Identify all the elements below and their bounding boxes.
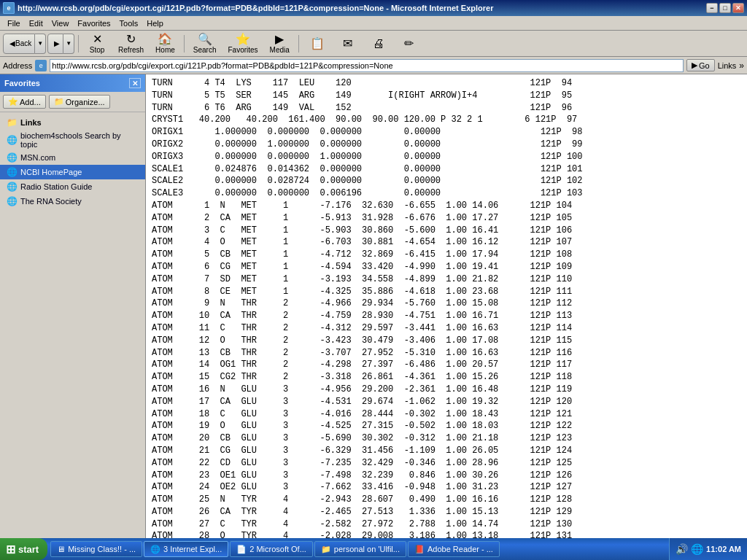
taskbar-item-label: 3 Internet Expl... xyxy=(163,545,222,553)
links-button[interactable]: Links xyxy=(718,61,737,70)
taskbar-item-3[interactable]: 📁 personal on 'Ulfil... xyxy=(314,541,406,557)
separator-1 xyxy=(78,35,79,52)
forward-arrow-icon: ▶ xyxy=(54,39,60,47)
refresh-button[interactable]: ↻ Refresh xyxy=(113,33,149,55)
back-button[interactable]: ◀ Back xyxy=(3,34,35,54)
taskbar-item-2[interactable]: 📄 2 Microsoft Of... xyxy=(230,541,313,557)
forward-button[interactable]: ▶ xyxy=(47,34,63,54)
toolbar: ◀ Back ▼ ▶ ▼ ✕ Stop ↻ Refresh 🏠 Home 🔍 S… xyxy=(0,31,747,57)
forward-dropdown-button[interactable]: ▼ xyxy=(63,34,74,54)
taskbar-item-label: Missing Class!! - ... xyxy=(68,545,136,553)
start-label: start xyxy=(18,544,39,555)
taskbar-item-icon: 🌐 xyxy=(150,545,160,554)
menu-help[interactable]: Help xyxy=(142,18,168,28)
webpage-icon: 🌐 xyxy=(6,152,18,163)
taskbar-item-icon: 🖥 xyxy=(57,545,65,553)
media-icon: ▶ xyxy=(275,34,284,45)
pdb-content-area[interactable]: TURN 4 T4 LYS 117 LEU 120 121P 94 TURN 5… xyxy=(146,74,747,544)
taskbar-item-1[interactable]: 🌐 3 Internet Expl... xyxy=(144,541,228,557)
back-label: Back xyxy=(15,39,31,47)
maximize-button[interactable]: □ xyxy=(719,3,731,13)
favorites-button[interactable]: ⭐ Favorites xyxy=(222,33,263,55)
taskbar-item-icon: 📄 xyxy=(236,545,247,554)
organize-icon: 📁 xyxy=(54,97,64,106)
sidebar-items-list: 📁 Links 🌐 biochem4schools Search by topi… xyxy=(0,112,145,544)
sidebar-item-biochem4schools[interactable]: 🌐 biochem4schools Search by topic xyxy=(0,130,145,150)
taskbar: ⊞ start 🖥 Missing Class!! - ... 🌐 3 Inte… xyxy=(0,538,747,560)
taskbar-item-icon: 📕 xyxy=(414,545,425,554)
sidebar-item-links[interactable]: 📁 Links xyxy=(0,115,145,130)
add-favorite-button[interactable]: ⭐ Add... xyxy=(3,95,46,109)
app-icon: e xyxy=(3,2,15,14)
main-content: Favorites ✕ ⭐ Add... 📁 Organize... 📁 Lin… xyxy=(0,74,747,544)
search-icon: 🔍 xyxy=(198,34,212,45)
taskbar-item-icon: 📁 xyxy=(321,545,331,554)
menu-tools[interactable]: Tools xyxy=(115,18,143,28)
refresh-icon: ↻ xyxy=(126,34,136,45)
taskbar-item-0[interactable]: 🖥 Missing Class!! - ... xyxy=(50,541,142,557)
menu-favorites[interactable]: Favorites xyxy=(73,18,115,28)
mail-icon: ✉ xyxy=(343,38,352,50)
go-button[interactable]: ▶ Go xyxy=(686,59,715,71)
edit-button[interactable]: ✏ xyxy=(395,33,424,55)
sidebar-item-ncbi[interactable]: 🌐 NCBI HomePage xyxy=(0,165,145,179)
minimize-button[interactable]: − xyxy=(706,3,718,13)
webpage-icon: 🌐 xyxy=(6,181,18,192)
taskbar-item-4[interactable]: 📕 Adobe Reader - ... xyxy=(408,541,500,557)
home-button[interactable]: 🏠 Home xyxy=(150,33,180,55)
sidebar-item-rna[interactable]: 🌐 The RNA Society xyxy=(0,194,145,209)
separator-2 xyxy=(184,35,185,52)
window-controls: − □ ✕ xyxy=(706,3,744,13)
sidebar-item-msn[interactable]: 🌐 MSN.com xyxy=(0,150,145,165)
taskbar-item-label: 2 Microsoft Of... xyxy=(249,545,306,553)
webpage-icon: 🌐 xyxy=(6,134,18,146)
page-icon: e xyxy=(35,60,47,71)
sidebar-title: Favorites xyxy=(4,79,40,88)
system-clock: 11:02 AM xyxy=(706,545,741,553)
stop-button[interactable]: ✕ Stop xyxy=(82,33,112,55)
sidebar-close-button[interactable]: ✕ xyxy=(129,78,141,88)
print-button[interactable]: 🖨 xyxy=(364,33,393,55)
add-icon: ⭐ xyxy=(8,97,18,106)
pdb-text-content: TURN 4 T4 LYS 117 LEU 120 121P 94 TURN 5… xyxy=(146,74,747,544)
tray-icon-1: 🔊 xyxy=(676,543,688,555)
start-button[interactable]: ⊞ start xyxy=(0,538,47,560)
separator-3 xyxy=(298,35,299,52)
taskbar-items: 🖥 Missing Class!! - ... 🌐 3 Internet Exp… xyxy=(47,540,669,559)
back-dropdown-button[interactable]: ▼ xyxy=(35,34,46,54)
menu-bar: File Edit View Favorites Tools Help xyxy=(0,16,747,31)
sidebar-item-label: MSN.com xyxy=(20,153,55,162)
title-bar: e http://www.rcsb.org/pdb/cgi/export.cgi… xyxy=(0,0,747,16)
sidebar-item-label: The RNA Society xyxy=(20,197,82,206)
mail-button[interactable]: ✉ xyxy=(333,33,363,55)
window-title: http://www.rcsb.org/pdb/cgi/export.cgi/1… xyxy=(18,4,493,12)
stop-icon: ✕ xyxy=(93,34,102,45)
favorites-sidebar: Favorites ✕ ⭐ Add... 📁 Organize... 📁 Lin… xyxy=(0,74,146,544)
system-tray: 🔊 🌐 11:02 AM xyxy=(669,538,747,560)
history-button[interactable]: 📋 xyxy=(303,33,332,55)
webpage-icon: 🌐 xyxy=(6,166,18,178)
close-button[interactable]: ✕ xyxy=(732,3,744,13)
address-bar: Address e ▶ Go Links » xyxy=(0,57,747,74)
home-icon: 🏠 xyxy=(158,34,172,45)
sidebar-item-radio[interactable]: 🌐 Radio Station Guide xyxy=(0,179,145,194)
back-nav: ◀ Back ▼ xyxy=(3,34,46,54)
taskbar-item-label: Adobe Reader - ... xyxy=(427,545,493,553)
folder-icon: 📁 xyxy=(6,117,18,128)
history-icon: 📋 xyxy=(310,38,325,50)
search-button[interactable]: 🔍 Search xyxy=(188,33,222,55)
organize-favorites-button[interactable]: 📁 Organize... xyxy=(49,95,110,109)
menu-edit[interactable]: Edit xyxy=(25,18,47,28)
favorites-icon: ⭐ xyxy=(236,34,250,45)
address-label: Address xyxy=(3,61,32,70)
sidebar-actions: ⭐ Add... 📁 Organize... xyxy=(0,92,145,112)
sidebar-item-label: Links xyxy=(20,118,42,127)
media-button[interactable]: ▶ Media xyxy=(265,33,295,55)
menu-view[interactable]: View xyxy=(47,18,74,28)
go-arrow-icon: ▶ xyxy=(692,61,697,70)
sidebar-item-label: Radio Station Guide xyxy=(20,182,92,191)
webpage-icon: 🌐 xyxy=(6,195,18,207)
menu-file[interactable]: File xyxy=(3,18,25,28)
sidebar-item-label: biochem4schools Search by topic xyxy=(20,131,139,149)
address-input[interactable] xyxy=(50,59,684,72)
